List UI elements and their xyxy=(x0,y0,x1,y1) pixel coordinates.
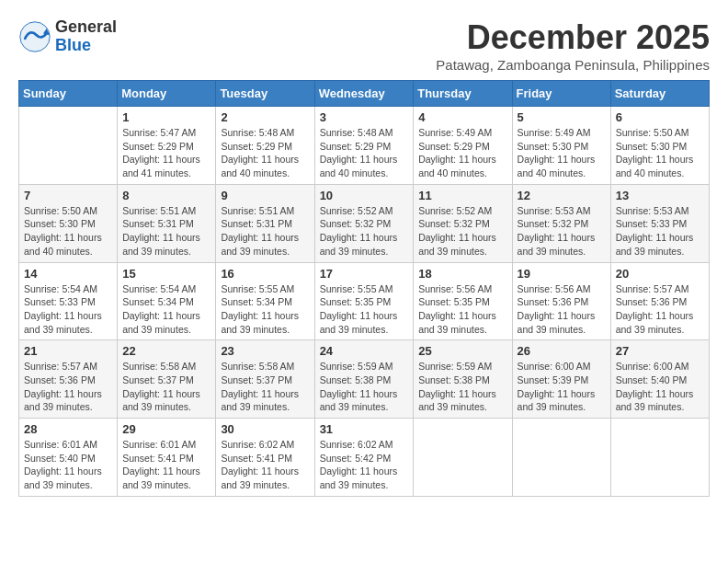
calendar-cell: 24Sunrise: 5:59 AMSunset: 5:38 PMDayligh… xyxy=(314,340,414,419)
calendar-cell: 6Sunrise: 5:50 AMSunset: 5:30 PMDaylight… xyxy=(610,107,709,185)
day-number: 16 xyxy=(221,267,309,281)
day-info: Sunrise: 5:49 AMSunset: 5:30 PMDaylight:… xyxy=(518,126,606,180)
page-header: General Blue December 2025 Patawag, Zamb… xyxy=(18,18,710,73)
calendar-cell: 3Sunrise: 5:48 AMSunset: 5:29 PMDaylight… xyxy=(314,107,414,185)
day-info: Sunrise: 6:00 AMSunset: 5:40 PMDaylight:… xyxy=(616,360,704,414)
day-info: Sunrise: 5:56 AMSunset: 5:35 PMDaylight:… xyxy=(418,282,506,337)
day-number: 25 xyxy=(418,344,506,358)
calendar-week-row: 28Sunrise: 6:01 AMSunset: 5:40 PMDayligh… xyxy=(19,419,710,497)
day-info: Sunrise: 5:57 AMSunset: 5:36 PMDaylight:… xyxy=(616,282,704,337)
day-number: 28 xyxy=(24,422,112,436)
title-section: December 2025 Patawag, Zamboanga Peninsu… xyxy=(436,18,710,73)
calendar-cell: 9Sunrise: 5:51 AMSunset: 5:31 PMDaylight… xyxy=(216,184,314,262)
day-info: Sunrise: 5:54 AMSunset: 5:34 PMDaylight:… xyxy=(122,282,210,337)
day-number: 4 xyxy=(418,110,506,124)
calendar-cell: 5Sunrise: 5:49 AMSunset: 5:30 PMDaylight… xyxy=(512,107,610,185)
day-number: 2 xyxy=(221,110,309,124)
day-info: Sunrise: 5:50 AMSunset: 5:30 PMDaylight:… xyxy=(24,204,112,259)
calendar-cell: 10Sunrise: 5:52 AMSunset: 5:32 PMDayligh… xyxy=(314,184,414,262)
day-info: Sunrise: 6:02 AMSunset: 5:42 PMDaylight:… xyxy=(320,438,409,492)
calendar-day-header: Saturday xyxy=(610,81,709,107)
logo: General Blue xyxy=(18,18,117,55)
day-number: 17 xyxy=(320,267,409,281)
day-info: Sunrise: 5:51 AMSunset: 5:31 PMDaylight:… xyxy=(122,204,210,259)
calendar-cell: 7Sunrise: 5:50 AMSunset: 5:30 PMDaylight… xyxy=(19,184,118,262)
day-info: Sunrise: 5:58 AMSunset: 5:37 PMDaylight:… xyxy=(221,360,309,414)
day-number: 23 xyxy=(221,344,309,358)
day-info: Sunrise: 5:55 AMSunset: 5:34 PMDaylight:… xyxy=(221,282,309,337)
day-number: 13 xyxy=(616,189,704,202)
day-number: 21 xyxy=(24,344,112,358)
calendar-cell: 18Sunrise: 5:56 AMSunset: 5:35 PMDayligh… xyxy=(414,262,512,340)
day-number: 9 xyxy=(221,189,309,202)
day-info: Sunrise: 5:51 AMSunset: 5:31 PMDaylight:… xyxy=(221,204,309,259)
day-number: 29 xyxy=(122,422,210,436)
calendar-header-row: SundayMondayTuesdayWednesdayThursdayFrid… xyxy=(19,81,710,107)
calendar-cell: 27Sunrise: 6:00 AMSunset: 5:40 PMDayligh… xyxy=(610,340,709,419)
day-info: Sunrise: 5:49 AMSunset: 5:29 PMDaylight:… xyxy=(418,126,506,180)
calendar-day-header: Monday xyxy=(118,81,216,107)
calendar-cell: 28Sunrise: 6:01 AMSunset: 5:40 PMDayligh… xyxy=(19,419,118,497)
day-number: 27 xyxy=(616,344,704,358)
calendar-cell: 16Sunrise: 5:55 AMSunset: 5:34 PMDayligh… xyxy=(216,262,314,340)
day-info: Sunrise: 6:01 AMSunset: 5:40 PMDaylight:… xyxy=(24,438,112,492)
day-number: 15 xyxy=(122,267,210,281)
calendar-cell: 31Sunrise: 6:02 AMSunset: 5:42 PMDayligh… xyxy=(314,419,414,497)
calendar-cell: 29Sunrise: 6:01 AMSunset: 5:41 PMDayligh… xyxy=(118,419,216,497)
calendar-cell: 1Sunrise: 5:47 AMSunset: 5:29 PMDaylight… xyxy=(118,107,216,185)
day-number: 11 xyxy=(418,189,506,202)
calendar-cell: 22Sunrise: 5:58 AMSunset: 5:37 PMDayligh… xyxy=(118,340,216,419)
calendar-cell xyxy=(512,419,610,497)
calendar-cell xyxy=(19,107,118,185)
calendar-table: SundayMondayTuesdayWednesdayThursdayFrid… xyxy=(18,80,710,497)
calendar-week-row: 14Sunrise: 5:54 AMSunset: 5:33 PMDayligh… xyxy=(19,262,710,340)
calendar-cell: 2Sunrise: 5:48 AMSunset: 5:29 PMDaylight… xyxy=(216,107,314,185)
calendar-week-row: 1Sunrise: 5:47 AMSunset: 5:29 PMDaylight… xyxy=(19,107,710,185)
day-info: Sunrise: 5:52 AMSunset: 5:32 PMDaylight:… xyxy=(320,204,409,259)
logo-text: General Blue xyxy=(55,18,117,55)
calendar-day-header: Thursday xyxy=(414,81,512,107)
day-info: Sunrise: 5:47 AMSunset: 5:29 PMDaylight:… xyxy=(122,126,210,180)
location-title: Patawag, Zamboanga Peninsula, Philippine… xyxy=(436,57,710,73)
day-info: Sunrise: 5:52 AMSunset: 5:32 PMDaylight:… xyxy=(418,204,506,259)
calendar-day-header: Wednesday xyxy=(314,81,414,107)
day-number: 22 xyxy=(122,344,210,358)
calendar-cell: 30Sunrise: 6:02 AMSunset: 5:41 PMDayligh… xyxy=(216,419,314,497)
day-number: 24 xyxy=(320,344,409,358)
day-number: 1 xyxy=(122,110,210,124)
day-number: 20 xyxy=(616,267,704,281)
calendar-cell: 20Sunrise: 5:57 AMSunset: 5:36 PMDayligh… xyxy=(610,262,709,340)
day-number: 5 xyxy=(518,110,606,124)
day-number: 26 xyxy=(518,344,606,358)
day-info: Sunrise: 5:48 AMSunset: 5:29 PMDaylight:… xyxy=(320,126,409,180)
day-number: 8 xyxy=(122,189,210,202)
day-number: 12 xyxy=(518,189,606,202)
day-info: Sunrise: 6:02 AMSunset: 5:41 PMDaylight:… xyxy=(221,438,309,492)
day-info: Sunrise: 5:54 AMSunset: 5:33 PMDaylight:… xyxy=(24,282,112,337)
day-number: 3 xyxy=(320,110,409,124)
calendar-cell: 11Sunrise: 5:52 AMSunset: 5:32 PMDayligh… xyxy=(414,184,512,262)
calendar-cell: 15Sunrise: 5:54 AMSunset: 5:34 PMDayligh… xyxy=(118,262,216,340)
calendar-cell: 14Sunrise: 5:54 AMSunset: 5:33 PMDayligh… xyxy=(19,262,118,340)
logo-general-text: General xyxy=(55,18,117,37)
calendar-cell: 26Sunrise: 6:00 AMSunset: 5:39 PMDayligh… xyxy=(512,340,610,419)
day-info: Sunrise: 5:56 AMSunset: 5:36 PMDaylight:… xyxy=(518,282,606,337)
day-number: 31 xyxy=(320,422,409,436)
day-number: 10 xyxy=(320,189,409,202)
day-number: 30 xyxy=(221,422,309,436)
calendar-cell xyxy=(414,419,512,497)
calendar-cell: 8Sunrise: 5:51 AMSunset: 5:31 PMDaylight… xyxy=(118,184,216,262)
day-info: Sunrise: 5:58 AMSunset: 5:37 PMDaylight:… xyxy=(122,360,210,414)
day-number: 14 xyxy=(24,267,112,281)
calendar-week-row: 7Sunrise: 5:50 AMSunset: 5:30 PMDaylight… xyxy=(19,184,710,262)
logo-blue-text: Blue xyxy=(55,37,117,55)
calendar-cell: 4Sunrise: 5:49 AMSunset: 5:29 PMDaylight… xyxy=(414,107,512,185)
day-info: Sunrise: 5:59 AMSunset: 5:38 PMDaylight:… xyxy=(320,360,409,414)
calendar-day-header: Tuesday xyxy=(216,81,314,107)
calendar-cell: 23Sunrise: 5:58 AMSunset: 5:37 PMDayligh… xyxy=(216,340,314,419)
day-info: Sunrise: 5:59 AMSunset: 5:38 PMDaylight:… xyxy=(418,360,506,414)
day-info: Sunrise: 5:57 AMSunset: 5:36 PMDaylight:… xyxy=(24,360,112,414)
day-number: 18 xyxy=(418,267,506,281)
calendar-week-row: 21Sunrise: 5:57 AMSunset: 5:36 PMDayligh… xyxy=(19,340,710,419)
calendar-cell: 25Sunrise: 5:59 AMSunset: 5:38 PMDayligh… xyxy=(414,340,512,419)
